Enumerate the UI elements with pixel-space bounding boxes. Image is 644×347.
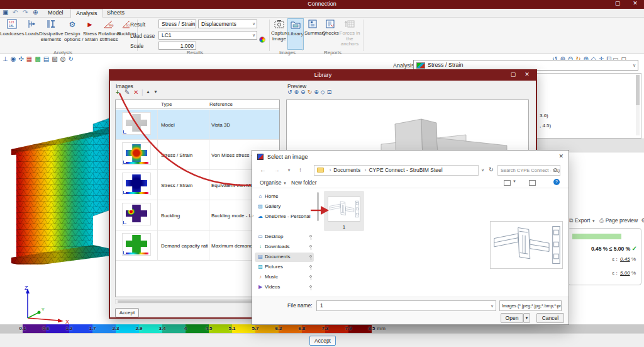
pan-tool-icon[interactable]: ✣ bbox=[18, 55, 26, 62]
sidebar-item-videos[interactable]: ▶Videos bbox=[255, 283, 314, 292]
preview-zoom-window-icon[interactable]: ⊕ bbox=[314, 89, 321, 95]
results-list-item[interactable]: 3.6) bbox=[540, 113, 548, 118]
maximize-icon[interactable]: ▢ bbox=[613, 0, 623, 6]
cancel-button[interactable]: Cancel bbox=[536, 313, 564, 323]
search-input[interactable]: Search CYPE Connect - Stru... bbox=[497, 165, 560, 176]
preview-zoom-extents-icon[interactable]: ⊛ bbox=[294, 89, 301, 95]
scale-input[interactable]: 1.000 bbox=[158, 42, 196, 50]
add-image-icon[interactable]: + bbox=[116, 89, 119, 96]
move-up-icon[interactable]: ▲ bbox=[146, 89, 150, 94]
result-type-select[interactable]: Stress / Strain∨ bbox=[158, 20, 196, 28]
sidebar-item-onedrive[interactable]: ›☁OneDrive - Personal bbox=[255, 212, 314, 222]
view-layout-chevron-icon[interactable]: ▼ bbox=[513, 179, 516, 183]
preview-pan-icon[interactable]: ◇ bbox=[321, 89, 327, 95]
legend-color-icon[interactable] bbox=[259, 37, 265, 43]
preview-refresh-icon[interactable]: ↻ bbox=[308, 89, 314, 95]
tab-sheets[interactable]: Sheets bbox=[102, 9, 130, 18]
analysis-result-swatch-icon bbox=[416, 62, 425, 69]
library-row-1[interactable]: ModelVista 3D bbox=[116, 110, 279, 140]
new-folder-button[interactable]: New folder bbox=[291, 179, 317, 186]
export-button[interactable]: Export bbox=[575, 217, 591, 224]
up-icon[interactable]: ↑ bbox=[299, 166, 302, 173]
open-split-chevron[interactable]: ▼ bbox=[523, 313, 530, 323]
library-accept-button[interactable]: Accept bbox=[115, 308, 139, 317]
address-chevron-icon[interactable]: ∨ bbox=[481, 168, 484, 173]
view-layout-icon[interactable] bbox=[504, 180, 511, 186]
save-icon[interactable]: ▣ bbox=[3, 9, 8, 16]
sidebar-scrollbar[interactable] bbox=[317, 192, 319, 221]
rotational-stiffness-button[interactable]: Mφ Rotational stiffness bbox=[98, 19, 119, 42]
page-preview-button[interactable]: Page preview bbox=[606, 217, 638, 224]
sidebar-item-home[interactable]: ⌂Home bbox=[255, 192, 314, 202]
library-button[interactable]: Library bbox=[287, 18, 304, 50]
library-close-icon[interactable]: ✕ bbox=[522, 71, 532, 77]
library-maximize-icon[interactable]: ▢ bbox=[508, 71, 518, 77]
sidebar-item-desktop[interactable]: ▭Desktop bbox=[255, 232, 314, 242]
zoom-search-icon[interactable]: ⊕ bbox=[33, 9, 38, 16]
preview-orbit-icon[interactable]: ↺ bbox=[287, 89, 294, 95]
dissipative-elements-button[interactable]: Dissipative elements bbox=[39, 19, 63, 42]
load-case-select[interactable]: LC1∨ bbox=[158, 31, 257, 40]
chevron-right-icon[interactable]: › bbox=[252, 213, 253, 218]
summary-button[interactable]: Summary bbox=[304, 18, 321, 50]
checks-button[interactable]: Checks bbox=[322, 18, 338, 50]
axis-triad: Z X Y bbox=[14, 283, 83, 325]
help-icon[interactable]: ? bbox=[553, 179, 560, 185]
open-button[interactable]: Open bbox=[501, 313, 523, 323]
cube-view-icon[interactable]: ▧ bbox=[52, 55, 60, 62]
file-type-select[interactable]: Images (*.jpeg;*.jpg;*.bmp;*.pn∨ bbox=[499, 300, 562, 311]
file-item-1[interactable]: 1 bbox=[324, 191, 364, 231]
column-header-reference[interactable]: Reference bbox=[209, 101, 233, 107]
rotate-3d-icon[interactable]: ↻ bbox=[68, 55, 75, 62]
back-icon[interactable]: ← bbox=[260, 166, 266, 173]
column-header-type[interactable]: Type bbox=[161, 101, 172, 107]
refresh-address-icon[interactable]: ↻ bbox=[489, 166, 494, 173]
file-dialog-close-icon[interactable]: ✕ bbox=[558, 153, 564, 159]
settings-gear-icon[interactable]: ⚙ bbox=[641, 217, 644, 224]
loads-button[interactable]: Loads bbox=[24, 19, 40, 37]
fem-model-view[interactable] bbox=[6, 117, 113, 265]
redo-icon[interactable]: ↷ bbox=[23, 9, 28, 16]
sidebar-item-gallery[interactable]: ▨Gallery bbox=[255, 202, 314, 212]
window-blue-icon[interactable]: ▤ bbox=[43, 55, 52, 62]
edit-image-icon[interactable]: ✎ bbox=[125, 89, 130, 96]
breadcrumb-cype-folder[interactable]: CYPE Connect - StruBIM Steel bbox=[369, 167, 442, 173]
eye-icon[interactable]: ◎ bbox=[60, 55, 69, 62]
axis-y-label: Y bbox=[42, 307, 45, 312]
breadcrumb-documents[interactable]: Documents bbox=[333, 167, 360, 173]
orbit-tool-icon[interactable]: ◉ bbox=[11, 55, 19, 62]
window-red-icon[interactable]: ▦ bbox=[26, 55, 35, 62]
move-down-icon[interactable]: ▼ bbox=[153, 89, 158, 94]
axes-tool-icon[interactable]: ⊥ bbox=[3, 55, 11, 62]
preview-fit-icon[interactable]: ⊡ bbox=[327, 89, 334, 95]
design-options-button[interactable]: ⚙ Design options bbox=[63, 19, 82, 42]
tab-analysis[interactable]: Analysis bbox=[70, 9, 103, 18]
window-green-icon[interactable]: ▩ bbox=[35, 55, 43, 62]
forward-icon[interactable]: → bbox=[274, 166, 280, 173]
file-name-input[interactable]: 1∨ bbox=[316, 300, 496, 311]
chevron-down-icon: ∨ bbox=[633, 63, 636, 68]
loadcases-button[interactable]: 12318L Loadcases bbox=[0, 19, 24, 37]
tab-model[interactable]: Model bbox=[43, 9, 69, 18]
sidebar-item-downloads[interactable]: ↓Downloads bbox=[255, 242, 314, 252]
results-list-scrollbar[interactable] bbox=[636, 75, 640, 135]
sidebar-item-pictures[interactable]: ▨Pictures bbox=[255, 263, 314, 272]
result-value-select[interactable]: Displacements∨ bbox=[198, 20, 257, 28]
undo-icon[interactable]: ↶ bbox=[13, 9, 18, 16]
history-chevron-icon[interactable]: ∨ bbox=[287, 168, 291, 173]
scale-tick-label: 4 bbox=[184, 324, 187, 333]
pin-icon bbox=[309, 265, 312, 268]
sidebar-item-music[interactable]: ♪Music bbox=[255, 273, 314, 282]
close-icon[interactable]: ✕ bbox=[630, 0, 640, 6]
preview-zoom-out-icon[interactable]: ⊖ bbox=[301, 89, 308, 95]
organise-button[interactable]: Organise ▼ bbox=[260, 179, 287, 186]
check-pass-icon: ✓ bbox=[632, 245, 637, 252]
stress-strain-run-button[interactable]: ► Stress / Strain bbox=[82, 19, 98, 42]
results-list-item[interactable]: , 4.5) bbox=[540, 123, 551, 128]
preview-pane-icon[interactable] bbox=[529, 180, 536, 186]
sidebar-item-documents[interactable]: ▤Documents bbox=[255, 253, 314, 262]
capture-image-button[interactable]: Capture image bbox=[271, 18, 287, 50]
accept-button[interactable]: Accept bbox=[309, 336, 336, 346]
breadcrumb[interactable]: ›Documents ›CYPE Connect - StruBIM Steel bbox=[314, 165, 479, 176]
delete-image-icon[interactable]: ✕ bbox=[133, 89, 138, 96]
